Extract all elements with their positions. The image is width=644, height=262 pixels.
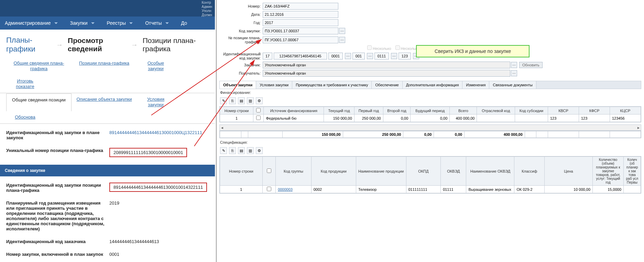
main-nav: Администрирование Закупки Реестры Отчеты… bbox=[0, 17, 215, 30]
bc-positions: Позиции плана-графика bbox=[143, 36, 209, 53]
ikz-seg-1[interactable] bbox=[263, 53, 272, 59]
number-input[interactable] bbox=[263, 3, 338, 10]
spec-header: Спецификация: bbox=[217, 139, 644, 146]
spec-table: Номер строки Код группыКод продукции Наи… bbox=[220, 156, 641, 193]
nav-do[interactable]: До bbox=[181, 20, 187, 26]
label: Идентификационный код закупки в плане за… bbox=[6, 130, 109, 140]
rtab-additional[interactable]: Дополнительная информация bbox=[403, 81, 463, 89]
customer-input[interactable] bbox=[263, 62, 510, 68]
tab-object-desc[interactable]: Описание объекта закупки bbox=[76, 97, 132, 102]
chevron-right-icon: → bbox=[56, 41, 63, 49]
label: Заказчик: bbox=[220, 63, 263, 67]
copy-icon[interactable]: ⎘ bbox=[229, 147, 236, 154]
top-link[interactable]: Уполн bbox=[202, 9, 212, 13]
tab-positions[interactable]: Позиции плана-графика bbox=[79, 61, 129, 66]
ikz-seg-4[interactable] bbox=[352, 53, 365, 59]
row-check[interactable] bbox=[256, 116, 261, 120]
financing-header: Финансирование: bbox=[217, 89, 644, 96]
tabs-row2: Общие сведения позиции Описание объекта … bbox=[0, 93, 215, 124]
edit-icon[interactable]: ✎ bbox=[220, 97, 227, 104]
right-tabs: Объект закупки Условия закупки Преимущес… bbox=[219, 81, 641, 89]
lookup-icon[interactable]: ⋯ bbox=[367, 53, 373, 59]
label: Номер: bbox=[220, 4, 263, 8]
label: Уникальный номер позиции плана-графика bbox=[6, 148, 109, 157]
multi-check1[interactable]: Несколько bbox=[367, 45, 391, 51]
more-icon[interactable]: ⋯ bbox=[391, 53, 397, 59]
rtab-changes[interactable]: Изменения bbox=[462, 81, 489, 89]
totals-row: 150 000,00250 000,00 0,000,00 400 000,00 bbox=[220, 131, 641, 138]
label: Год: bbox=[220, 21, 263, 25]
purchase-code-input[interactable] bbox=[263, 28, 338, 34]
scroll-left-icon[interactable]: ◄ bbox=[220, 126, 225, 130]
chevron-down-icon bbox=[91, 22, 95, 24]
doc-icon[interactable]: ▤ bbox=[238, 147, 245, 154]
table-row[interactable]: 1 0000003 0002 Телевизор 011111111 01111… bbox=[220, 186, 641, 193]
tab-special[interactable]: Особые закупки bbox=[140, 61, 172, 72]
label: Планируемый год размещения извещения или… bbox=[6, 200, 109, 231]
doc-icon[interactable]: ▤ bbox=[238, 97, 245, 104]
recipient-input[interactable] bbox=[263, 70, 510, 77]
nav-reestry[interactable]: Реестры bbox=[107, 20, 133, 26]
edit-icon[interactable]: ✎ bbox=[220, 147, 227, 154]
lookup-icon[interactable]: ⋯ bbox=[345, 53, 351, 59]
tab-conditions[interactable]: Условия закупки bbox=[140, 97, 172, 108]
top-link[interactable]: Должн bbox=[202, 13, 212, 17]
nav-admin[interactable]: Администрирование bbox=[5, 20, 58, 26]
select-all-check[interactable] bbox=[267, 168, 271, 173]
purchase-num-value: 0001 bbox=[109, 252, 119, 257]
row-check[interactable] bbox=[267, 187, 271, 191]
rtab-requirements[interactable]: Преимущества и требования к участнику bbox=[292, 81, 372, 89]
label: Получатель: bbox=[220, 71, 263, 75]
ikz-position-value: 891444444461344444461300010014322111 bbox=[109, 183, 207, 192]
select-all-check[interactable] bbox=[256, 108, 261, 112]
gear-icon[interactable]: ⚙ bbox=[256, 147, 263, 154]
top-link[interactable]: Админ bbox=[202, 5, 212, 9]
position-num-input[interactable] bbox=[263, 36, 338, 43]
refresh-button[interactable]: Обновить bbox=[519, 62, 543, 68]
tab-general-position[interactable]: Общие сведения позиции bbox=[6, 94, 72, 111]
bc-view: Просмотр сведений bbox=[68, 36, 126, 53]
tab-totals[interactable]: Итоговь показате bbox=[9, 78, 41, 89]
h-scrollbar[interactable]: ◄► bbox=[219, 124, 641, 131]
tab-justification[interactable]: Обоснова bbox=[15, 114, 35, 120]
table-row[interactable]: 1 Федеральный бю 150 000,00250 000,00 0,… bbox=[220, 114, 641, 122]
multi-check2[interactable]: Несколько bbox=[395, 45, 419, 51]
year-input[interactable] bbox=[263, 19, 338, 26]
ikz-seg-5[interactable] bbox=[374, 53, 389, 59]
chevron-right-icon: → bbox=[131, 41, 138, 49]
more-icon[interactable]: ⋯ bbox=[511, 70, 517, 76]
label: Номер закупки, включенной в план закупок bbox=[6, 252, 109, 257]
doc2-icon[interactable]: ▥ bbox=[247, 97, 254, 104]
customer-ikz-value: 14444444613444444613 bbox=[109, 239, 159, 244]
label: Дата: bbox=[220, 12, 263, 17]
rtab-docs[interactable]: Связанные документы bbox=[489, 81, 536, 89]
nav-zakupki[interactable]: Закупки bbox=[70, 20, 95, 26]
tabs-row1: Общие сведения плана-графика Позиции пла… bbox=[0, 57, 215, 93]
lookup-icon[interactable]: ⋯ bbox=[339, 28, 345, 34]
more-icon[interactable]: ⋯ bbox=[511, 62, 517, 68]
planned-year-value: 2019 bbox=[109, 200, 119, 231]
date-input[interactable] bbox=[263, 11, 338, 18]
rtab-object[interactable]: Объект закупки bbox=[220, 81, 256, 89]
nav-otchety[interactable]: Отчеты bbox=[145, 20, 168, 26]
breadcrumb: Планы-графики → Просмотр сведений → Пози… bbox=[0, 30, 215, 57]
lookup-icon[interactable]: ⋯ bbox=[339, 37, 345, 43]
doc2-icon[interactable]: ▥ bbox=[247, 147, 254, 154]
ikz-seg-2[interactable] bbox=[274, 53, 327, 59]
unique-num-value: 2089991111116130010000010001 bbox=[109, 148, 187, 157]
scroll-right-icon[interactable]: ► bbox=[636, 126, 641, 130]
top-link[interactable]: Контр bbox=[202, 1, 212, 5]
ikz-seg-6[interactable] bbox=[399, 53, 411, 59]
rtab-conditions[interactable]: Условия закупки bbox=[256, 81, 292, 89]
callout-note: Сверить ИКЗ и данные по закупке bbox=[416, 45, 530, 57]
rtab-security[interactable]: Обеспечение bbox=[372, 81, 402, 89]
chevron-down-icon bbox=[165, 22, 169, 24]
copy-icon[interactable]: ⎘ bbox=[229, 97, 236, 104]
gear-icon[interactable]: ⚙ bbox=[256, 97, 263, 104]
label: № позиции плана-графика: bbox=[220, 36, 263, 44]
chevron-down-icon bbox=[54, 22, 58, 24]
tab-general-plan[interactable]: Общие сведения плана-графика bbox=[9, 61, 69, 72]
ikz-seg-3[interactable] bbox=[328, 53, 343, 59]
bc-plans[interactable]: Планы-графики bbox=[6, 36, 51, 54]
ikz-plan-value[interactable]: 89144444446134444446130001000Ц1322111 bbox=[109, 130, 202, 140]
